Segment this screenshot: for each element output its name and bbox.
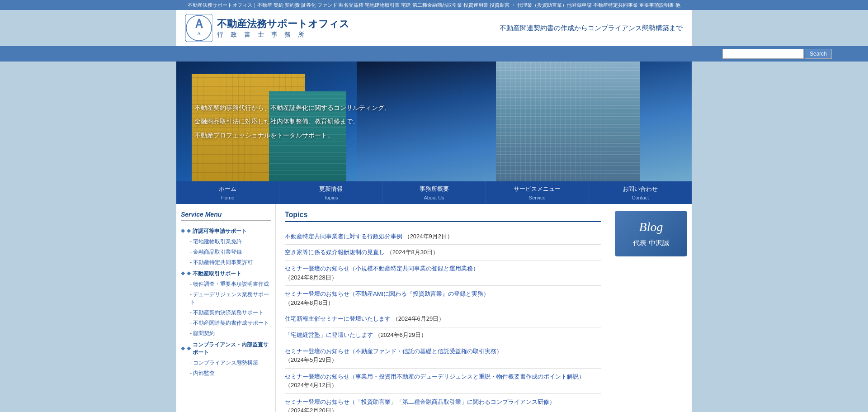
topic-item-0: 不動産特定共同事業者に対する行政処分事例 （2024年9月2日）	[285, 229, 601, 245]
nav-about[interactable]: 事務所概要 About Us	[382, 181, 486, 204]
sidebar-item-due-diligence[interactable]: - デューデリジェンス業務サポート	[181, 289, 271, 308]
nav-topics-jp: 更新情報	[279, 183, 382, 194]
topic-item-3: セミナー登壇のお知らせ（不動産AMIに関わる『投資助言業』の登録と実務） （20…	[285, 286, 601, 311]
blog-label: Blog	[619, 220, 683, 234]
sidebar-item-contract-settlement[interactable]: - 不動産契約決済業務サポート	[181, 308, 271, 318]
nav-topics[interactable]: 更新情報 Topics	[279, 181, 382, 204]
blog-box[interactable]: Blog 代表 中沢誠	[615, 211, 687, 256]
hero-line3: 不動産プロフェッショナルをトータルサポート。	[194, 128, 391, 142]
topic-link-1[interactable]: 空き家等に係る媒介報酬規制の見直し （2024年8月30日）	[285, 249, 439, 256]
topic-item-1: 空き家等に係る媒介報酬規制の見直し （2024年8月30日）	[285, 245, 601, 260]
svg-text:Ａ: Ａ	[193, 17, 205, 31]
logo-area: Ａ A 不動産法務サポートオフィス 行 政 書 士 事 務 所	[185, 14, 349, 42]
blog-author: 代表 中沢誠	[619, 239, 683, 247]
nav-home-jp: ホーム	[176, 183, 279, 194]
cat-diamond-icon: ◆	[187, 228, 191, 234]
cat-diamond-icon-2: ◆	[187, 271, 191, 277]
nav-home[interactable]: ホーム Home	[176, 181, 279, 204]
nav-service[interactable]: サービスメニュー Service	[486, 181, 589, 204]
topic-link-4[interactable]: 住宅新報主催セミナーに登壇いたします （2024年6月29日）	[285, 315, 444, 322]
search-input[interactable]	[722, 49, 804, 59]
cat-diamond-icon-3: ◆	[187, 346, 191, 352]
sidebar-item-tokutei[interactable]: - 不動産特定共同事業許可	[181, 257, 271, 268]
header: Ａ A 不動産法務サポートオフィス 行 政 書 士 事 務 所 不動産関連契約書…	[176, 10, 692, 46]
topic-item-8: セミナー登壇のお知らせ（「投資助言業」「第二種金融商品取引業」に関わるコンプライ…	[285, 394, 601, 412]
sidebar-item-compliance-build[interactable]: - コンプライアンス態勢構築	[181, 358, 271, 368]
topic-item-6: セミナー登壇のお知らせ（不動産ファンド・信託の基礎と信託受益権の取引実務） （2…	[285, 343, 601, 369]
logo-text: 不動産法務サポートオフィス 行 政 書 士 事 務 所	[217, 17, 349, 39]
hero-text: 不動産契約事務代行から、不動産証券化に関するコンサルティング、 金融商品取引法に…	[194, 100, 391, 142]
sidebar-title: Service Menu	[181, 211, 271, 221]
topics-content: Topics 不動産特定共同事業者に対する行政処分事例 （2024年9月2日） …	[276, 204, 610, 412]
sidebar-item-property-survey[interactable]: - 物件調査・重要事項説明書作成	[181, 279, 271, 289]
topic-item-5: 「宅建経営塾」に登壇いたします （2024年6月29日）	[285, 327, 601, 343]
nav-topics-en: Topics	[279, 194, 382, 202]
topic-link-2[interactable]: セミナー登壇のお知らせ（小規模不動産特定共同事業の登録と運用業務） （2024年…	[285, 264, 601, 282]
topic-item-7: セミナー登壇のお知らせ（事業用・投資用不動産のデューデリジェンスと重説・物件概要…	[285, 369, 601, 394]
sidebar-item-advisory[interactable]: - 顧問契約	[181, 328, 271, 339]
nav-about-en: About Us	[382, 194, 485, 202]
sidebar-cat-license[interactable]: ◆ 許認可等申請サポート	[181, 225, 271, 237]
logo-title: 不動産法務サポートオフィス	[217, 17, 349, 31]
main-nav: ホーム Home 更新情報 Topics 事務所概要 About Us サービス…	[176, 181, 692, 204]
hero-line2: 金融商品取引法に対応した社内体制整備、教育研修まで、	[194, 114, 391, 128]
header-tagline: 不動産関連契約書の作成からコンプライアンス態勢構築まで	[500, 24, 683, 33]
sidebar: Service Menu ◆ 許認可等申請サポート - 宅地建物取引業免許 - …	[176, 204, 276, 412]
topic-item-4: 住宅新報主催セミナーに登壇いたします （2024年6月29日）	[285, 311, 601, 327]
topic-link-7[interactable]: セミナー登壇のお知らせ（事業用・投資用不動産のデューデリジェンスと重説・物件概要…	[285, 372, 601, 390]
logo-icon: Ａ A	[185, 14, 212, 42]
sidebar-item-financial-registration[interactable]: - 金融商品取引業登録	[181, 247, 271, 257]
sidebar-item-realestate-license[interactable]: - 宅地建物取引業免許	[181, 237, 271, 247]
hero-section: 不動産契約事務代行から、不動産証券化に関するコンサルティング、 金融商品取引法に…	[176, 62, 692, 181]
topic-link-0[interactable]: 不動産特定共同事業者に対する行政処分事例 （2024年9月2日）	[285, 233, 453, 240]
nav-contact-en: Contact	[589, 194, 692, 202]
nav-home-en: Home	[176, 194, 279, 202]
search-button[interactable]: Search	[805, 49, 832, 59]
svg-text:A: A	[197, 31, 201, 36]
nav-service-jp: サービスメニュー	[486, 183, 589, 194]
nav-contact[interactable]: お問い合わせ Contact	[589, 181, 692, 204]
skyscraper	[496, 62, 640, 181]
topic-link-6[interactable]: セミナー登壇のお知らせ（不動産ファンド・信託の基礎と信託受益権の取引実務） （2…	[285, 347, 601, 365]
hero-line1: 不動産契約事務代行から、不動産証券化に関するコンサルティング、	[194, 100, 391, 114]
top-nav-links[interactable]: 不動産法務サポートオフィス｜不動産 契約 契約費 証券化 ファンド 匿名受益権 …	[188, 2, 681, 8]
main-content: Service Menu ◆ 許認可等申請サポート - 宅地建物取引業免許 - …	[176, 204, 692, 412]
nav-contact-jp: お問い合わせ	[589, 183, 692, 194]
logo-subtitle: 行 政 書 士 事 務 所	[217, 31, 349, 39]
sidebar-item-internal-audit[interactable]: - 内部監査	[181, 368, 271, 379]
top-nav: 不動産法務サポートオフィス｜不動産 契約 契約費 証券化 ファンド 匿名受益権 …	[0, 0, 868, 10]
nav-service-en: Service	[486, 194, 589, 202]
blog-panel: Blog 代表 中沢誠	[610, 204, 692, 412]
nav-about-jp: 事務所概要	[382, 183, 485, 194]
topic-link-3[interactable]: セミナー登壇のお知らせ（不動産AMIに関わる『投資助言業』の登録と実務） （20…	[285, 289, 601, 307]
topics-title: Topics	[285, 211, 601, 222]
sidebar-cat-realestate[interactable]: ◆ 不動産取引サポート	[181, 268, 271, 279]
search-bar: Search	[0, 46, 868, 62]
topic-item-2: セミナー登壇のお知らせ（小規模不動産特定共同事業の登録と運用業務） （2024年…	[285, 260, 601, 286]
topic-link-5[interactable]: 「宅建経営塾」に登壇いたします （2024年6月29日）	[285, 331, 427, 338]
topic-link-8[interactable]: セミナー登壇のお知らせ（「投資助言業」「第二種金融商品取引業」に関わるコンプライ…	[285, 398, 601, 412]
sidebar-cat-compliance[interactable]: ◆ コンプライアンス・内部監査サポート	[181, 339, 271, 358]
sidebar-item-contract-docs[interactable]: - 不動産関連契約書作成サポート	[181, 318, 271, 328]
